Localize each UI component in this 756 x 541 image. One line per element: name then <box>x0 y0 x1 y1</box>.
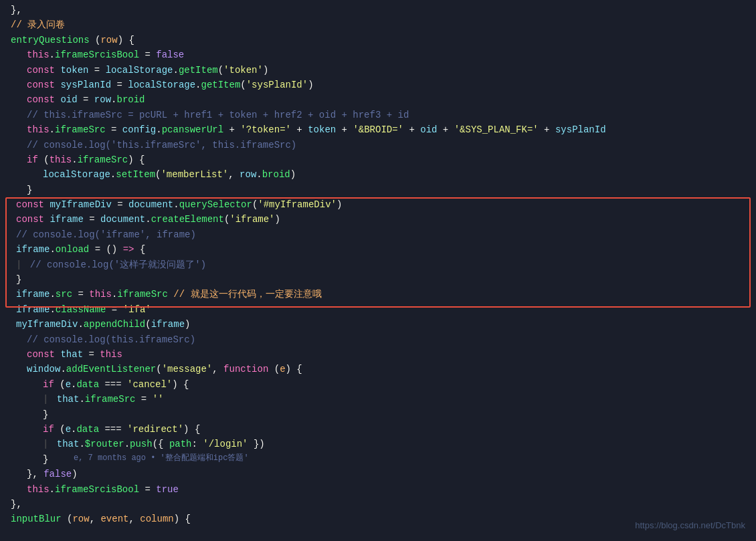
code-line: }, <box>0 3 756 17</box>
code-line: window.addEventListener('message', funct… <box>0 362 756 376</box>
code-line: const sysPlanId = localStorage.getItem('… <box>0 78 756 92</box>
code-line: iframe.src = this.iframeSrc // 就是这一行代码，一… <box>0 287 756 302</box>
code-line: | that.$router.push({ path: '/login' }) <box>0 437 756 451</box>
code-line: // console.log(this.iframeSrc) <box>0 332 756 347</box>
code-line: const that = this <box>0 347 756 362</box>
code-line: }, <box>0 497 756 512</box>
code-line: }, false) <box>0 467 756 481</box>
code-line-blame: } e, 7 months ago • '整合配题端和ipc答题' <box>0 452 756 467</box>
blame-text: e, 7 months ago • '整合配题端和ipc答题' <box>74 452 249 465</box>
code-line: entryQuestions (row) { <box>0 33 756 47</box>
code-line: const iframe = document.createElement('i… <box>0 212 756 227</box>
code-line: | that.iframeSrc = '' <box>0 392 756 407</box>
highlight-section: const myIframeDiv = document.querySelect… <box>0 197 756 332</box>
code-line: myIframeDiv.appendChild(iframe) <box>0 317 756 332</box>
code-line: // console.log('this.iframeSrc', this.if… <box>0 138 756 152</box>
code-container: }, // 录入问卷 entryQuestions (row) { this.i… <box>0 0 756 530</box>
watermark: https://blog.csdn.net/DcTbnk <box>635 519 745 533</box>
code-line: this.iframeSrc = config.pcanswerUrl + '?… <box>0 122 756 137</box>
code-line: this.iframeSrcisBool = true <box>0 482 756 497</box>
code-line: // this.iframeSrc = pcURL + href1 + toke… <box>0 108 756 122</box>
code-line: const token = localStorage.getItem('toke… <box>0 63 756 78</box>
code-line: iframe.onload = () => { <box>0 242 756 257</box>
code-line: } <box>0 183 756 197</box>
code-line: if (this.iframeSrc) { <box>0 152 756 167</box>
code-line: const oid = row.broid <box>0 92 756 107</box>
code-line: | // console.log('这样子就没问题了') <box>0 257 756 272</box>
code-line: const myIframeDiv = document.querySelect… <box>0 197 756 212</box>
code-line: localStorage.setItem('memberList', row.b… <box>0 167 756 182</box>
code-line: if (e.data === 'cancel') { <box>0 377 756 392</box>
code-line: this.iframeSrcisBool = false <box>0 47 756 62</box>
code-line: } <box>0 272 756 287</box>
code-line: // console.log('iframe', iframe) <box>0 227 756 242</box>
code-line: } <box>0 407 756 422</box>
code-line: iframe.className = 'ifa' <box>0 302 756 317</box>
code-line: if (e.data === 'redirect') { <box>0 422 756 437</box>
code-line: // 录入问卷 <box>0 17 756 32</box>
